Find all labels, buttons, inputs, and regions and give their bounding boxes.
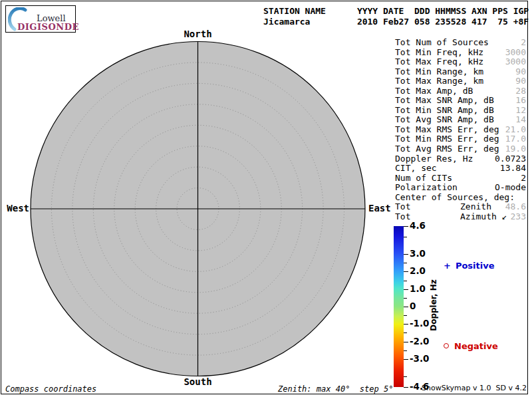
- colorbar-minor-tick: [404, 350, 407, 351]
- stat-mid-label: Zenith: [460, 202, 491, 212]
- stat-value: 28: [515, 86, 526, 96]
- stat-label: Tot Avg SNR Amp, dB: [395, 115, 494, 125]
- stat-label: Polarization: [395, 183, 458, 193]
- stat-value: 12: [515, 106, 526, 116]
- stat-row: Tot Min Range, km90: [395, 67, 526, 77]
- stat-row: Doppler Res, Hz0.0723: [395, 154, 526, 164]
- colorbar-minor-tick: [404, 281, 407, 281]
- compass-label-south: South: [164, 376, 231, 387]
- stat-label: Tot Num of Sources: [395, 38, 489, 48]
- colorbar-major-tick: [404, 254, 408, 255]
- showskymap-window: { "logo": { "brand_top": "Lowell", "bran…: [0, 0, 532, 399]
- legend-positive: +Positive: [444, 261, 495, 271]
- colorbar-tick-label: -2.0: [410, 336, 430, 346]
- stat-row: Tot Avg SNR Amp, dB14: [395, 115, 526, 125]
- stat-row: Tot Max SNR Amp, dB16: [395, 96, 526, 106]
- colorbar-major-tick: [404, 289, 408, 290]
- stat-row: TotZenith48.6: [395, 202, 526, 212]
- stat-row: Tot Num of Sources2: [395, 38, 526, 48]
- stat-value: 16: [515, 96, 526, 106]
- legend-positive-label: Positive: [456, 261, 495, 271]
- colorbar-major-tick: [404, 307, 408, 307]
- stat-value: 2: [521, 38, 526, 48]
- stat-value: 17.0: [505, 134, 526, 144]
- colorbar-tick-label: 3.0: [410, 248, 426, 259]
- stat-row: Tot Min Freq, kHz3000: [395, 48, 526, 58]
- stat-row: Center of Sources, deg:: [395, 193, 526, 203]
- stat-label: Tot Min SNR Amp, dB: [395, 106, 494, 116]
- stat-label: Tot Max SNR Amp, dB: [395, 96, 494, 106]
- stat-mid-label: Azimuth ↙: [460, 212, 507, 222]
- stat-row: Tot Min SNR Amp, dB12: [395, 106, 526, 116]
- stat-value: 90: [515, 76, 526, 86]
- open-circle-icon: [444, 343, 449, 348]
- stat-label: Tot Min RMS Err, deg: [395, 134, 499, 144]
- stat-row: PolarizationO-mode: [395, 183, 526, 193]
- stat-label: Tot Min Freq, kHz: [395, 48, 483, 58]
- stat-value: 19.0: [505, 144, 526, 154]
- compass-label-north: North: [164, 29, 231, 39]
- colorbar-minor-tick: [404, 237, 407, 237]
- stats-panel: Tot Num of Sources2Tot Min Freq, kHz3000…: [395, 38, 526, 221]
- stat-row: Num of CITs2: [395, 174, 526, 184]
- colorbar-axis-title: Doppler, Hz: [429, 272, 438, 338]
- colorbar-major-tick: [404, 359, 408, 360]
- stat-value: 2: [521, 174, 526, 184]
- stat-value: 14: [515, 115, 526, 125]
- colorbar-minor-tick: [404, 263, 407, 263]
- stat-label: Tot: [395, 212, 410, 222]
- stat-label: Tot Max RMS Err, deg: [395, 125, 499, 135]
- stat-label: Tot: [395, 202, 410, 212]
- stat-value: 48.6: [505, 202, 526, 212]
- stat-row: CIT, sec13.84: [395, 164, 526, 174]
- colorbar-major-tick: [404, 226, 408, 227]
- legend-negative-label: Negative: [454, 341, 498, 351]
- stat-label: Num of CITs: [395, 174, 452, 184]
- stat-row: Tot Max Amp, dB28: [395, 86, 526, 96]
- stat-label: Tot Max Freq, kHz: [395, 57, 483, 67]
- colorbar-tick-label: 2.0: [410, 266, 426, 277]
- footer-zenith-label: Zenith: max 40° step 5°: [278, 384, 393, 394]
- plus-icon: +: [444, 261, 451, 271]
- stat-value: 21.0: [505, 125, 526, 135]
- colorbar-tick-label: 4.6: [410, 220, 426, 231]
- stat-label: Tot Max Range, km: [395, 76, 483, 86]
- stat-label: Tot Max Amp, dB: [395, 86, 473, 96]
- colorbar-tick-label: 1.0: [410, 283, 426, 294]
- stat-label: Center of Sources, deg:: [395, 193, 515, 203]
- stat-value: 13.84: [500, 164, 526, 174]
- stat-row: Tot Min RMS Err, deg17.0: [395, 134, 526, 144]
- stat-value: O-mode: [495, 183, 526, 193]
- colorbar-major-tick: [404, 271, 408, 272]
- colorbar-gradient: [394, 226, 404, 387]
- colorbar-minor-tick: [404, 298, 407, 299]
- stat-value: 3000: [505, 57, 526, 67]
- stat-value: 0.0723: [495, 154, 526, 164]
- stat-label: CIT, sec: [395, 164, 437, 174]
- footer-coordinates-label: Compass coordinates: [5, 384, 96, 394]
- stat-row: Tot Max Freq, kHz3000: [395, 57, 526, 67]
- stat-row: Tot Max RMS Err, deg21.0: [395, 125, 526, 135]
- stat-label: Doppler Res, Hz: [395, 154, 473, 164]
- colorbar-major-tick: [404, 324, 408, 325]
- colorbar-major-tick: [404, 387, 408, 388]
- legend-negative: Negative: [444, 341, 498, 351]
- colorbar-tick-label: -1.0: [410, 319, 430, 329]
- colorbar-minor-tick: [404, 332, 407, 333]
- stat-value: 233: [511, 212, 526, 222]
- footer-version-label: ShowSkymap v 1.0 SD v 4.2: [419, 384, 527, 392]
- colorbar-tick-label: -3.0: [410, 353, 430, 364]
- stat-label: Tot Min Range, km: [395, 67, 483, 77]
- stat-value: 3000: [505, 48, 526, 58]
- stat-row: Tot Max Range, km90: [395, 76, 526, 86]
- colorbar-minor-tick: [404, 376, 407, 377]
- colorbar-minor-tick: [404, 315, 407, 316]
- stat-row: Tot Avg RMS Err, deg19.0: [395, 144, 526, 154]
- compass-label-west: West: [0, 203, 29, 213]
- stat-label: Tot Avg RMS Err, deg: [395, 144, 499, 154]
- colorbar-tick-label: 0: [410, 301, 416, 311]
- colorbar-major-tick: [404, 342, 408, 342]
- stat-value: 90: [515, 67, 526, 77]
